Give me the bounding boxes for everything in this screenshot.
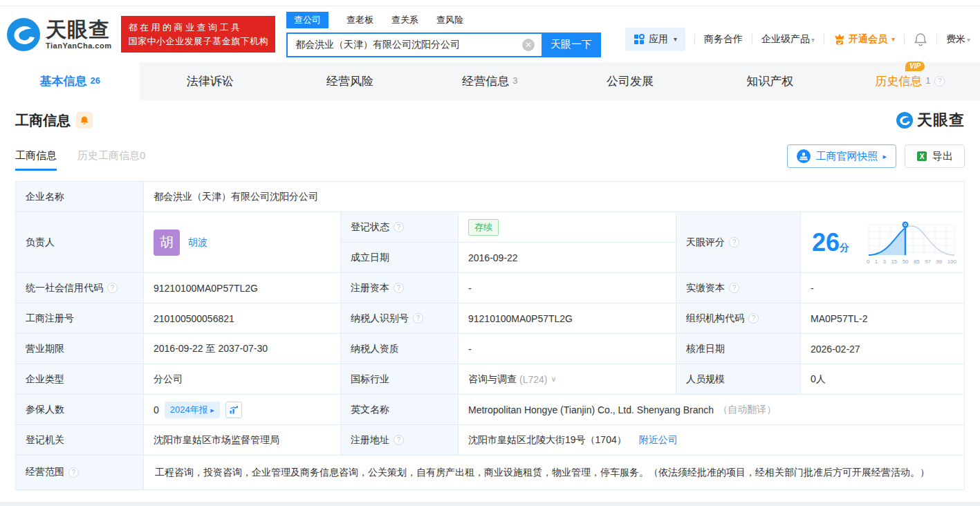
business-info-table: 企业名称 都会洪业（天津）有限公司沈阳分公司 负责人 胡 胡波 登记状态 存续 …	[15, 181, 965, 490]
apps-menu-button[interactable]: 应用 ▾	[625, 28, 685, 51]
arrow-right-icon: ▸	[210, 406, 214, 414]
tab-operation-info[interactable]: 经营信息3	[420, 62, 560, 100]
legal-rep-link[interactable]: 胡波	[188, 236, 207, 249]
reg-capital-value: -	[459, 273, 676, 303]
user-menu[interactable]: 费米▾	[946, 33, 970, 46]
help-icon[interactable]	[729, 283, 739, 293]
apps-grid-icon	[634, 34, 645, 45]
notifications-bell-icon[interactable]	[914, 32, 927, 46]
excel-icon: X	[916, 151, 927, 162]
apps-label: 应用	[649, 33, 668, 46]
business-scope-value: 工程咨询，投资咨询，企业管理及商务信息咨询，公关策划，自有房产出租，商业设施租赁…	[144, 456, 965, 490]
tab-business-risk[interactable]: 经营风险	[280, 62, 420, 100]
help-icon[interactable]	[394, 283, 404, 293]
establish-date-label: 成立日期	[341, 243, 459, 273]
search-tab-boss[interactable]: 查老板	[346, 14, 373, 26]
score-label: 天眼评分	[676, 212, 801, 273]
help-icon[interactable]	[107, 283, 118, 293]
paid-capital-label: 实缴资本	[676, 273, 801, 303]
clear-search-icon[interactable]: ✕	[522, 39, 535, 51]
reg-number-value: 210100500056821	[144, 303, 341, 334]
site-header: 天眼查 TianYanCha.com 都在用的商业查询工具 国家中小企业发展子基…	[0, 6, 980, 62]
reg-status-label: 登记状态	[341, 212, 459, 243]
chart-axis-ticks: 0131550859799100	[866, 259, 957, 265]
insured-count: 0	[154, 404, 159, 415]
chevron-down-icon[interactable]: ∨	[551, 375, 556, 384]
reg-status-value: 存续	[459, 212, 676, 243]
tab-basic-info[interactable]: 基本信息26	[0, 62, 140, 100]
staff-size-label: 人员规模	[676, 364, 801, 395]
search-area: 查公司 查老板 查关系 查风险 ✕ 天眼一下	[286, 12, 601, 57]
site-logo[interactable]: 天眼查 TianYanCha.com	[6, 17, 111, 53]
insured-label: 参保人数	[16, 395, 144, 425]
legal-rep-label: 负责人	[16, 212, 144, 273]
approval-date-label: 核准日期	[676, 334, 801, 364]
slogan-line2: 国家中小企业发展子基金旗下机构	[128, 35, 268, 48]
staff-size-value: 0人	[801, 364, 965, 395]
taxpayer-id-value: 91210100MA0P57TL2G	[459, 303, 676, 334]
score-value[interactable]: 26分	[801, 212, 965, 273]
tab-count: 26	[90, 75, 100, 86]
avatar[interactable]: 胡	[154, 229, 180, 256]
open-vip-button[interactable]: 开通会员 ▾	[833, 33, 895, 46]
english-name-label: 英文名称	[341, 395, 459, 425]
search-tabs: 查公司 查老板 查关系 查风险	[286, 12, 601, 28]
help-icon[interactable]	[394, 435, 404, 445]
reg-address-value: 沈阳市皇姑区北陵大街19号（1704） 附近公司	[459, 425, 965, 456]
tianyancha-logo-icon	[896, 111, 914, 129]
section-brand-logo: 天眼查	[896, 110, 965, 131]
search-tab-risk[interactable]: 查风险	[436, 14, 463, 26]
chevron-down-icon: ▾	[967, 36, 970, 44]
score-unit: 分	[840, 242, 849, 253]
arrow-right-icon: ▸	[882, 152, 887, 161]
reg-address-label: 注册地址	[341, 425, 459, 456]
menu-enterprise[interactable]: 企业级产品▾	[761, 33, 815, 46]
help-icon[interactable]	[729, 237, 739, 247]
search-tab-relation[interactable]: 查关系	[391, 14, 418, 26]
search-tab-company[interactable]: 查公司	[286, 12, 329, 28]
help-icon[interactable]	[394, 222, 404, 232]
help-icon[interactable]	[748, 313, 759, 324]
help-icon[interactable]	[68, 467, 79, 478]
paid-capital-value: -	[801, 273, 965, 303]
help-icon[interactable]	[413, 313, 423, 324]
tab-history-info[interactable]: 历史信息 VIP 1	[840, 62, 980, 100]
business-term-value: 2016-09-22 至 2037-07-30	[144, 334, 341, 364]
reg-authority-label: 登记机关	[16, 425, 144, 456]
logo-domain: TianYanCha.com	[46, 42, 111, 50]
tab-legal[interactable]: 法律诉讼	[140, 62, 279, 100]
score-number: 26	[812, 228, 840, 256]
tab-count: 1	[925, 75, 930, 86]
annual-report-link[interactable]: 2024年报 ▸	[165, 402, 220, 418]
business-scope-label: 经营范围	[16, 456, 144, 490]
auto-translate-note: （自动翻译）	[718, 404, 776, 416]
chevron-down-icon: ▾	[891, 35, 895, 43]
subscribe-bell-icon[interactable]	[76, 112, 93, 129]
nearby-companies-link[interactable]: 附近公司	[639, 434, 678, 447]
subtab-history-business-info[interactable]: 历史工商信息0	[77, 149, 145, 171]
industry-label: 国标行业	[341, 364, 459, 395]
status-badge: 存续	[468, 219, 499, 236]
subtab-business-info[interactable]: 工商信息	[15, 149, 57, 171]
logo-title: 天眼查	[46, 19, 111, 40]
credit-code-label: 统一社会信用代码	[16, 273, 144, 303]
stamp-icon	[797, 149, 811, 163]
export-button[interactable]: X 导出	[905, 144, 965, 168]
help-icon[interactable]	[934, 76, 945, 86]
menu-cooperation[interactable]: 商务合作	[704, 33, 743, 46]
search-button[interactable]: 天眼一下	[542, 32, 601, 57]
trend-chart-icon[interactable]	[225, 402, 242, 418]
taxpayer-id-label: 纳税人识别号	[341, 303, 459, 334]
business-term-label: 营业期限	[16, 334, 144, 364]
company-type-value: 分公司	[144, 364, 341, 395]
insured-value: 0 2024年报 ▸	[144, 395, 341, 425]
industry-value[interactable]: 咨询与调查 (L724) ∨	[459, 364, 676, 395]
legal-rep-value: 胡 胡波	[144, 212, 341, 273]
company-name-label: 企业名称	[16, 182, 144, 212]
search-input[interactable]	[286, 32, 542, 57]
chevron-down-icon: ▾	[674, 35, 677, 43]
official-snapshot-button[interactable]: 工商官网快照 ▸	[787, 144, 896, 168]
main-content: 工商信息 天眼查 工商信息 历史工商信息0	[0, 110, 980, 490]
tab-company-development[interactable]: 公司发展	[560, 62, 700, 100]
tab-intellectual-property[interactable]: 知识产权	[700, 62, 840, 100]
